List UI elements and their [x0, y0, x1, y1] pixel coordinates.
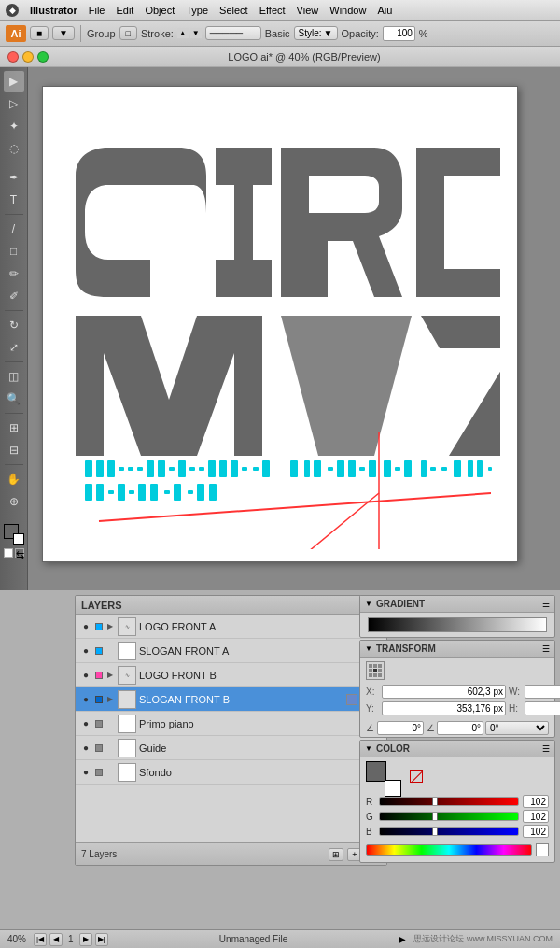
foreground-color-bg[interactable] [385, 780, 401, 797]
apple-menu[interactable]: ◆ [6, 4, 19, 17]
color-panel-menu-icon[interactable]: ☰ [542, 744, 550, 754]
layer-visibility-icon-5[interactable]: ● [79, 742, 92, 755]
rotate-tool-btn[interactable]: ↻ [4, 315, 24, 335]
angle2-select[interactable]: 0° [485, 721, 549, 735]
menu-select[interactable]: Select [219, 5, 248, 16]
zoom-tool-btn[interactable]: ⊕ [4, 491, 24, 512]
no-fill-icon[interactable] [4, 548, 13, 558]
maximize-window-btn[interactable] [37, 51, 49, 63]
slice-tool-btn[interactable]: ⊟ [4, 440, 24, 460]
layer-row-sfondo[interactable]: ● Sfondo [76, 760, 386, 785]
lasso-tool-btn[interactable]: ◌ [4, 138, 24, 159]
rect-tool-btn[interactable]: □ [4, 241, 24, 262]
minimize-window-btn[interactable] [22, 51, 34, 63]
menu-effect[interactable]: Effect [259, 5, 286, 16]
layer-expand-icon-1[interactable] [105, 646, 115, 656]
stroke-color-btn[interactable]: □ [119, 26, 137, 40]
layer-visibility-icon-1[interactable]: ● [79, 644, 92, 658]
transform-w-input[interactable] [525, 685, 560, 699]
direct-select-tool-btn[interactable]: ▷ [4, 93, 24, 114]
opacity-input[interactable] [383, 26, 415, 41]
transform-y-label: Y: [366, 703, 379, 714]
layer-row-guide[interactable]: ● Guide [76, 736, 386, 760]
color-b-slider[interactable] [379, 827, 519, 836]
none-color-btn[interactable] [536, 843, 549, 856]
gradient-preview-bar[interactable] [368, 617, 547, 632]
eyedropper-tool-btn[interactable]: 🔍 [4, 389, 24, 409]
layer-row-logo-front-b[interactable]: ● ▶ ∿ LOGO FRONT B [76, 663, 386, 687]
pen-tool-btn[interactable]: ✒ [4, 167, 24, 188]
brush-tool-btn[interactable]: ✏ [4, 263, 24, 284]
menu-view[interactable]: View [297, 5, 319, 16]
color-b-thumb[interactable] [432, 827, 438, 836]
layer-visibility-icon-2[interactable]: ● [79, 669, 92, 682]
layer-row-slogan-front-a[interactable]: ● SLOGAN FRONT A [76, 639, 386, 663]
style-select[interactable]: Style: ▼ [294, 26, 338, 40]
scale-tool-btn[interactable]: ⤢ [4, 337, 24, 358]
gradient-tool-btn[interactable]: ◫ [4, 366, 24, 387]
transform-y-input[interactable] [382, 701, 506, 715]
transform-h-input[interactable] [525, 701, 560, 715]
layer-visibility-icon-3[interactable]: ● [79, 693, 92, 706]
layer-expand-icon-0[interactable]: ▶ [105, 622, 115, 631]
layer-visibility-icon-0[interactable]: ● [79, 620, 92, 633]
selection-tool-btn[interactable]: ▶ [4, 71, 24, 92]
first-page-btn[interactable]: |◀ [34, 933, 47, 946]
type-tool-btn[interactable]: T [4, 190, 24, 210]
layer-expand-icon-4[interactable] [105, 719, 115, 729]
gradient-panel-menu-icon[interactable]: ☰ [542, 600, 550, 609]
color-spectrum-bar[interactable] [366, 844, 532, 856]
file-nav-btn[interactable]: ▶ [399, 934, 406, 944]
menu-aiu[interactable]: Aiu [377, 5, 392, 16]
color-r-thumb[interactable] [432, 797, 438, 806]
layer-extra-icon-3a[interactable] [346, 694, 357, 705]
menu-object[interactable]: Object [145, 5, 175, 16]
last-page-btn[interactable]: ▶| [95, 933, 108, 946]
transform-panel-menu-icon[interactable]: ☰ [542, 644, 550, 654]
transform-angle2-input[interactable] [437, 721, 483, 735]
transform-x-input[interactable] [382, 685, 506, 699]
hand-tool-btn[interactable]: ✋ [4, 469, 24, 489]
fg-bg-swatch-container[interactable] [366, 761, 396, 791]
menu-file[interactable]: File [89, 5, 105, 16]
layer-visibility-icon-4[interactable]: ● [79, 717, 92, 730]
stroke-down-btn[interactable]: ▼ [190, 28, 202, 38]
color-r-input[interactable] [523, 795, 549, 808]
foreground-color-fg[interactable] [366, 761, 386, 782]
menu-type[interactable]: Type [186, 5, 208, 16]
toolbar-btn-1[interactable]: ■ [30, 26, 49, 40]
swap-colors-icon[interactable]: ⇆ [15, 548, 24, 558]
menu-illustrator[interactable]: Illustrator [30, 5, 77, 16]
color-g-slider[interactable] [379, 812, 519, 821]
layer-row-logo-front-a[interactable]: ● ▶ ∿ LOGO FRONT A [76, 615, 386, 639]
layer-row-primo-piano[interactable]: ● Primo piano [76, 712, 386, 736]
pencil-tool-btn[interactable]: ✐ [4, 286, 24, 306]
no-color-icon[interactable] [410, 770, 423, 783]
next-page-btn[interactable]: ▶ [79, 933, 92, 946]
prev-page-btn[interactable]: ◀ [49, 933, 63, 946]
magic-wand-tool-btn[interactable]: ✦ [4, 116, 24, 136]
foreground-color-swatch[interactable] [4, 524, 24, 545]
transform-angle1-input[interactable] [377, 721, 424, 735]
svg-rect-8 [169, 467, 175, 471]
layer-expand-icon-6[interactable] [105, 768, 115, 777]
layer-expand-icon-2[interactable]: ▶ [105, 671, 115, 680]
color-r-slider[interactable] [379, 797, 519, 806]
layers-new-layer-set-btn[interactable]: ⊞ [329, 848, 343, 861]
close-window-btn[interactable] [7, 51, 19, 63]
artboard-tool-btn[interactable]: ⊞ [4, 417, 24, 438]
layer-expand-icon-3[interactable]: ▶ [105, 695, 115, 704]
layer-visibility-icon-6[interactable]: ● [79, 766, 92, 779]
reference-point-selector[interactable] [366, 661, 385, 680]
menu-edit[interactable]: Edit [116, 5, 133, 16]
stroke-up-btn[interactable]: ▲ [177, 28, 189, 38]
color-b-input[interactable] [523, 825, 549, 838]
menu-window[interactable]: Window [329, 5, 366, 16]
toolbar-btn-2[interactable]: ▼ [52, 26, 75, 40]
stroke-style-select[interactable]: ───── [205, 26, 261, 40]
layer-expand-icon-5[interactable] [105, 743, 115, 753]
line-tool-btn[interactable]: / [4, 219, 24, 239]
color-g-input[interactable] [523, 810, 549, 823]
layer-row-slogan-front-b[interactable]: ● ▶ SLOGAN FRONT B [76, 687, 386, 712]
color-g-thumb[interactable] [432, 812, 438, 821]
